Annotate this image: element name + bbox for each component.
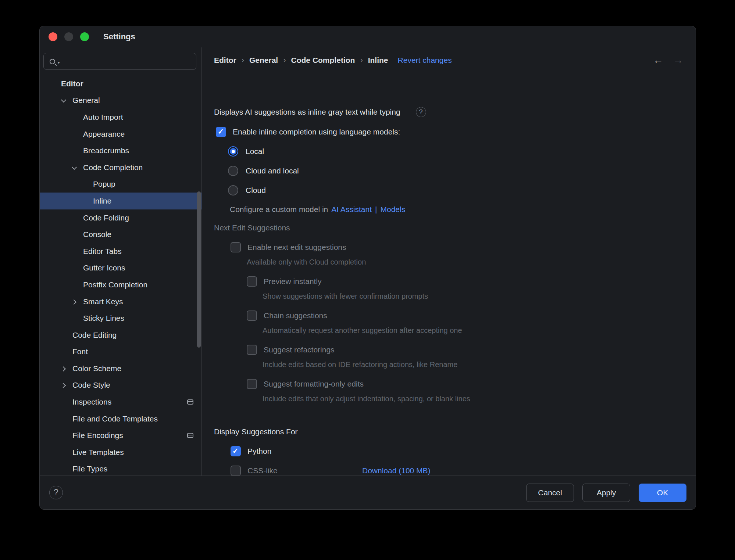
forward-arrow-icon[interactable]: → [673, 54, 683, 66]
ai-assistant-link[interactable]: AI Assistant [331, 205, 372, 214]
sidebar-scrollbar[interactable] [197, 191, 201, 348]
chevron-down-icon[interactable] [72, 165, 76, 170]
section-divider [296, 228, 683, 228]
sidebar-item-label: Postfix Completion [83, 280, 147, 289]
checkbox-option-suggest-formatting-only-edits[interactable]: Suggest formatting-only edits [247, 378, 683, 390]
checkbox-option-chain-suggestions[interactable]: Chain suggestions [247, 310, 683, 321]
breadcrumb-segment-editor[interactable]: Editor [214, 56, 236, 65]
sidebar-item-file-encodings[interactable]: File Encodings [40, 427, 201, 444]
radio-option-local[interactable]: Local [228, 146, 683, 157]
apply-button[interactable]: Apply [582, 484, 630, 502]
sidebar-item-code-completion[interactable]: Code Completion [40, 159, 201, 176]
search-history-caret-icon[interactable]: ▾ [58, 60, 60, 65]
checkbox-option-suggest-refactorings[interactable]: Suggest refactorings [247, 344, 683, 355]
sidebar-item-general[interactable]: General [40, 92, 201, 109]
radio-option-cloud-and-local[interactable]: Cloud and local [228, 165, 683, 176]
enable-next-edit-note: Available only with Cloud completion [247, 257, 683, 267]
minimize-window-button[interactable] [64, 32, 73, 41]
sidebar-item-console[interactable]: Console [40, 226, 201, 243]
download-link-css-like[interactable]: Download (100 MB) [362, 466, 431, 475]
sidebar-item-smart-keys[interactable]: Smart Keys [40, 293, 201, 310]
chevron-right-icon[interactable] [61, 366, 66, 371]
settings-window: Settings ▾ EditorGeneralAuto ImportAppea… [39, 26, 696, 510]
checkbox-checked-icon[interactable] [216, 127, 226, 137]
chevron-down-icon[interactable] [61, 98, 66, 103]
display-suggestions-rows: PythonCSS-likeDownload (100 MB)HTMLDownl… [214, 446, 683, 475]
checkbox-unchecked-icon[interactable] [247, 276, 257, 287]
sidebar-item-color-scheme[interactable]: Color Scheme [40, 360, 201, 377]
sidebar-item-file-types[interactable]: File Types [40, 461, 201, 475]
checkbox-unchecked-icon[interactable] [231, 466, 241, 475]
sidebar-item-label: Editor [61, 79, 83, 88]
help-button[interactable]: ? [49, 486, 63, 499]
sidebar-item-label: Code Folding [83, 213, 129, 222]
zoom-window-button[interactable] [80, 32, 89, 41]
sidebar-item-appearance[interactable]: Appearance [40, 126, 201, 143]
checkbox-unchecked-icon[interactable] [247, 345, 257, 355]
checkbox-checked-icon[interactable] [231, 446, 241, 456]
radio-unselected-icon[interactable] [228, 166, 238, 176]
close-window-button[interactable] [49, 32, 57, 41]
sidebar-item-code-folding[interactable]: Code Folding [40, 209, 201, 226]
option-description: Show suggestions with fewer confirmation… [263, 291, 683, 301]
sidebar-item-label: Gutter Icons [83, 263, 125, 272]
sidebar-item-label: Inspections [72, 398, 111, 406]
breadcrumb-separator: › [283, 55, 286, 65]
revert-changes-link[interactable]: Revert changes [398, 56, 452, 65]
sidebar-item-label: Smart Keys [83, 297, 123, 306]
option-label: Suggest formatting-only edits [264, 380, 364, 388]
search-input[interactable]: ▾ [43, 53, 196, 70]
search-icon [50, 59, 55, 64]
option-label: Preview instantly [264, 277, 322, 286]
sidebar-item-font[interactable]: Font [40, 344, 201, 360]
checkbox-unchecked-icon[interactable] [247, 310, 257, 321]
card-icon [187, 399, 193, 405]
models-link[interactable]: Models [381, 205, 406, 214]
checkbox-unchecked-icon[interactable] [247, 379, 257, 389]
sidebar-item-sticky-lines[interactable]: Sticky Lines [40, 310, 201, 327]
sidebar-item-label: File and Code Templates [72, 414, 158, 423]
sidebar-item-file-and-code-templates[interactable]: File and Code Templates [40, 410, 201, 427]
sidebar-item-editor-tabs[interactable]: Editor Tabs [40, 243, 201, 260]
sidebar-item-code-editing[interactable]: Code Editing [40, 327, 201, 344]
enable-inline-completion-checkbox[interactable]: Enable inline completion using language … [214, 126, 683, 137]
sidebar-item-label: Auto Import [83, 113, 123, 122]
sidebar-item-label: Code Style [72, 381, 110, 390]
sidebar-item-breadcrumbs[interactable]: Breadcrumbs [40, 142, 201, 159]
sidebar-item-editor[interactable]: Editor [40, 75, 201, 92]
sidebar-item-label: Appearance [83, 130, 125, 139]
sidebar-item-code-style[interactable]: Code Style [40, 377, 201, 394]
enable-next-edit-label: Enable next edit suggestions [247, 243, 346, 252]
section-divider [304, 432, 683, 432]
sidebar-item-inspections[interactable]: Inspections [40, 394, 201, 410]
sidebar-item-inline[interactable]: Inline [40, 193, 201, 209]
breadcrumb-separator: › [242, 55, 244, 65]
option-description: Automatically request another suggestion… [263, 325, 683, 335]
ok-button[interactable]: OK [639, 484, 686, 502]
chevron-right-icon[interactable] [72, 299, 76, 304]
checkbox-unchecked-icon[interactable] [231, 242, 241, 252]
sidebar-item-gutter-icons[interactable]: Gutter Icons [40, 260, 201, 277]
radio-label: Cloud [246, 186, 266, 195]
sidebar: ▾ EditorGeneralAuto ImportAppearanceBrea… [40, 47, 202, 475]
breadcrumb-segment-general[interactable]: General [249, 56, 278, 65]
language-row-css-like[interactable]: CSS-likeDownload (100 MB) [231, 465, 683, 475]
sidebar-item-label: General [72, 96, 100, 105]
sidebar-item-live-templates[interactable]: Live Templates [40, 444, 201, 461]
breadcrumb-segment-code-completion[interactable]: Code Completion [291, 56, 355, 65]
radio-unselected-icon[interactable] [228, 185, 238, 195]
cancel-button[interactable]: Cancel [526, 484, 574, 502]
completion-mode-group: LocalCloud and localCloud [214, 146, 683, 196]
sidebar-item-postfix-completion[interactable]: Postfix Completion [40, 276, 201, 293]
radio-selected-icon[interactable] [228, 146, 238, 157]
sidebar-item-popup[interactable]: Popup [40, 176, 201, 193]
back-arrow-icon[interactable]: ← [653, 54, 663, 66]
help-icon[interactable]: ? [416, 107, 426, 117]
language-row-python[interactable]: Python [231, 446, 683, 457]
chevron-right-icon[interactable] [61, 383, 66, 387]
breadcrumb-segment-inline[interactable]: Inline [368, 56, 388, 65]
checkbox-option-preview-instantly[interactable]: Preview instantly [247, 276, 683, 287]
enable-next-edit-suggestions-checkbox[interactable]: Enable next edit suggestions [231, 242, 683, 253]
sidebar-item-auto-import[interactable]: Auto Import [40, 109, 201, 126]
radio-option-cloud[interactable]: Cloud [228, 185, 683, 196]
